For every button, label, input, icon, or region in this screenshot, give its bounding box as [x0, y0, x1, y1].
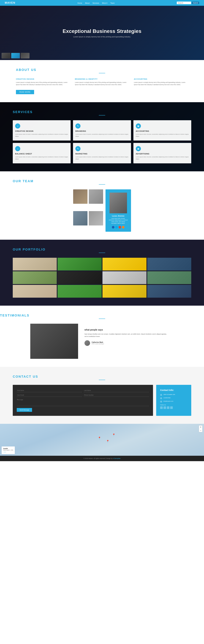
team-photo-4[interactable] — [89, 211, 103, 226]
contact-email: info@maven.com — [160, 400, 187, 402]
team-title: OUR TEAM — [13, 179, 191, 184]
about-columns: CREATIVE DESIGN Lorem Ipsum is simply du… — [16, 78, 188, 86]
footer-link[interactable]: VCtemplate — [113, 458, 120, 459]
portfolio-item-9[interactable] — [13, 285, 57, 298]
nav-item-services[interactable]: Services — [93, 2, 99, 4]
nav-item-more[interactable]: More ▾ — [102, 2, 107, 4]
portfolio-item-11[interactable] — [102, 285, 146, 298]
about-col-1-text: Lorem Ipsum is simply dummy text of the … — [75, 81, 129, 86]
portfolio-item-5[interactable] — [13, 271, 57, 284]
map-section: Seattle Washington, USA 📍 📍 📍 + − — [0, 424, 204, 456]
first-name-input[interactable] — [17, 389, 82, 392]
hero-thumbnails — [1, 53, 29, 58]
about-section: ABOUT US CREATIVE DESIGN Lorem Ipsum is … — [0, 60, 204, 102]
search-button[interactable]: Submit — [192, 2, 199, 4]
team-featured-card: Lucas Jimenez Lorem ipsum dolor sit amet… — [105, 190, 131, 232]
hero-thumb-1[interactable] — [1, 53, 10, 58]
service-icon-2: ▣ — [136, 124, 141, 128]
nav-item-team[interactable]: Team — [110, 2, 114, 4]
author-name: Catherine Mark — [92, 342, 104, 343]
brand-logo[interactable]: MAVEN — [5, 2, 15, 4]
footer: © 2018 Maven. All rights reserved | Desi… — [0, 456, 204, 461]
social-follow-facebook-icon[interactable] — [160, 406, 163, 409]
last-name-input[interactable] — [84, 389, 149, 392]
service-title-1: BRANDING — [75, 130, 128, 132]
map-pin-3: 📍 — [112, 434, 115, 436]
about-col-2-text: Lorem Ipsum is simply dummy text of the … — [134, 81, 188, 86]
search-input[interactable] — [177, 2, 191, 4]
services-title: SERVICES — [13, 110, 191, 116]
hero-section: Exceptional Business Strategies Lorem Ip… — [0, 6, 204, 60]
testimonial-author: Catherine Mark PHP & web developer — [85, 340, 167, 346]
about-col-0-text: Lorem Ipsum is simply dummy text of the … — [16, 81, 70, 86]
service-card-5: ▣ ADVERTISING Lorem ipsum dolor sit amet… — [133, 143, 191, 163]
social-follow-linkedin-icon[interactable] — [167, 406, 169, 409]
testimonials-title: TESTIMONIALS — [0, 314, 204, 319]
service-title-3: BALANCE SHEET — [15, 153, 68, 155]
portfolio-item-4[interactable] — [147, 258, 191, 270]
portfolio-item-8[interactable] — [147, 271, 191, 284]
about-col-0-heading: CREATIVE DESIGN — [16, 78, 70, 80]
services-grid: ♪ CREATIVE DESIGN Lorem ipsum dolor sit … — [13, 120, 191, 163]
read-more-button[interactable]: READ MORE — [16, 90, 34, 94]
nav-menu: Home About Services More ▾ Team — [78, 2, 114, 4]
about-col-2-heading: ACCOUNTING — [134, 78, 188, 80]
testimonial-image — [30, 324, 78, 359]
team-photo-3[interactable] — [73, 211, 88, 226]
testimonial-quote: Nam tempus facilisis sem non ornare. Cur… — [85, 333, 167, 338]
service-text-2: Lorem ipsum dolor sit amet, consectetur … — [136, 133, 189, 138]
map-zoom-out-button[interactable]: − — [199, 429, 202, 432]
follow-icons — [160, 406, 187, 409]
service-text-3: Lorem ipsum dolor sit amet, consectetur … — [15, 156, 68, 160]
service-icon-1: ✎ — [75, 124, 81, 128]
nav-item-about[interactable]: About — [85, 2, 90, 4]
service-title-2: ACCOUNTING — [136, 130, 189, 132]
service-icon-3: ♪ — [15, 146, 20, 151]
map-pin-1: 📍 — [98, 436, 101, 440]
send-message-button[interactable]: Send Message — [17, 408, 32, 412]
portfolio-item-10[interactable] — [58, 285, 102, 298]
author-info: Catherine Mark PHP & web developer — [92, 342, 104, 344]
portfolio-item-2[interactable] — [58, 258, 102, 270]
service-icon-5: ▣ — [136, 146, 141, 151]
social-twitter-icon[interactable] — [115, 226, 118, 228]
hero-thumb-2[interactable] — [11, 53, 20, 58]
service-card-4: ✎ MARKETING Lorem ipsum dolor sit amet, … — [73, 143, 131, 163]
social-facebook-icon[interactable] — [112, 226, 114, 228]
contact-phone: 1234567890 — [160, 397, 187, 399]
address-icon — [160, 394, 162, 396]
team-photo-2[interactable] — [89, 190, 103, 204]
author-avatar — [85, 340, 90, 346]
social-rss-icon[interactable] — [122, 226, 124, 228]
social-google-icon[interactable] — [118, 226, 121, 228]
portfolio-item-1[interactable] — [13, 258, 57, 270]
contact-info: Contact Info: 1800 St.Seattle USA 123456… — [156, 385, 191, 416]
portfolio-item-7[interactable] — [102, 271, 146, 284]
nav-item-home[interactable]: Home — [78, 2, 82, 4]
email-input[interactable] — [17, 394, 82, 397]
contact-title: CONTACT US — [13, 375, 191, 380]
contact-form: Send Message — [13, 385, 153, 416]
service-text-4: Lorem ipsum dolor sit amet, consectetur … — [75, 156, 128, 160]
phone-input[interactable] — [84, 394, 149, 397]
service-text-0: Lorem ipsum dolor sit amet, consectetur … — [15, 133, 68, 138]
about-col-1: BRANDING & IDENTITY Lorem Ipsum is simpl… — [75, 78, 129, 86]
portfolio-section: OUR PORTFOLIO — [0, 240, 204, 306]
portfolio-item-6[interactable] — [58, 271, 102, 284]
hero-subtitle: Lorem Ipsum is simply dummy text of the … — [70, 36, 134, 38]
team-grid: Lucas Jimenez Lorem ipsum dolor sit amet… — [13, 190, 191, 232]
social-follow-google-icon[interactable] — [170, 406, 173, 409]
map-zoom-in-button[interactable]: + — [199, 426, 202, 429]
email-icon — [160, 401, 162, 402]
portfolio-item-3[interactable] — [102, 258, 146, 270]
what-people-says-label: what people says — [85, 328, 167, 331]
hero-thumb-3[interactable] — [21, 53, 29, 58]
team-photo-grid — [73, 190, 103, 232]
social-follow-twitter-icon[interactable] — [164, 406, 166, 409]
team-featured-photo — [109, 192, 127, 213]
message-input[interactable] — [17, 398, 149, 406]
portfolio-item-12[interactable] — [147, 285, 191, 298]
contact-phone-text: 1234567890 — [163, 397, 171, 398]
team-photo-1[interactable] — [73, 190, 88, 204]
author-role: PHP & web developer — [92, 343, 104, 344]
